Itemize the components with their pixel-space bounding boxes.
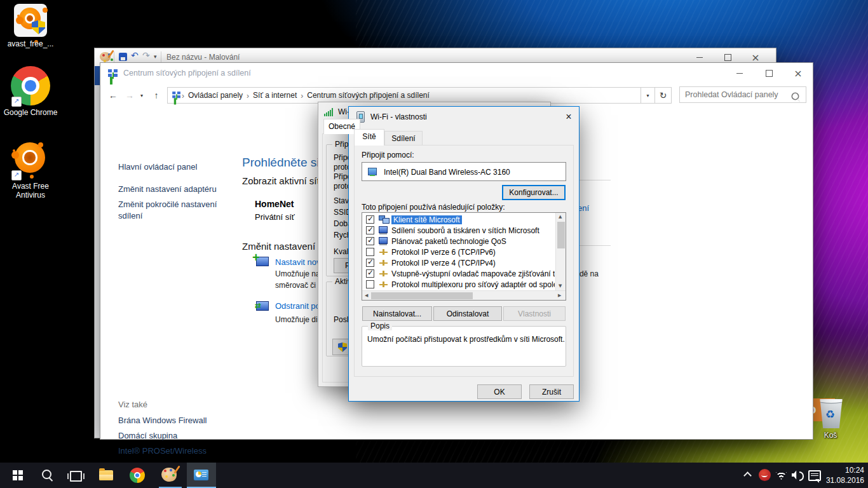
configure-button[interactable]: Konfigurovat...: [502, 185, 566, 200]
cp-maximize-button[interactable]: [754, 64, 783, 82]
desktop-icon-label: Avast Free Antivirus: [3, 182, 58, 200]
forward-button[interactable]: →: [122, 88, 137, 103]
protocol-icon: [379, 281, 388, 288]
cancel-button[interactable]: Zrušit: [529, 384, 574, 399]
redo-icon[interactable]: ↷: [142, 50, 150, 60]
network-icon: [108, 69, 118, 79]
scroll-left-icon[interactable]: ◀: [365, 294, 368, 298]
checkbox[interactable]: [366, 259, 374, 267]
connection-items-listbox[interactable]: Klient sítě Microsoft Sdílení souborů a …: [362, 212, 566, 301]
desktop-icon-label: Google Chrome: [3, 108, 58, 117]
checkbox[interactable]: [366, 269, 374, 278]
desktop-icon-label: Koš: [808, 431, 853, 440]
history-dropdown-icon[interactable]: ▾: [137, 88, 146, 103]
list-item-label[interactable]: Protokol IP verze 4 (TCP/IPv4): [391, 259, 496, 268]
uac-shield-icon: [338, 342, 347, 352]
active-networks-label: Zobrazit aktivní sítě: [242, 175, 325, 186]
horizontal-scrollbar[interactable]: ◀ ▶: [362, 290, 566, 301]
avast-icon: [15, 142, 45, 173]
checkbox[interactable]: [366, 215, 374, 224]
list-item[interactable]: Protokol IP verze 6 (TCP/IPv6): [362, 247, 555, 258]
sidebar-item-advanced-sharing-2[interactable]: sdílení: [118, 211, 142, 220]
save-icon[interactable]: [119, 53, 127, 61]
checkbox[interactable]: [366, 237, 374, 245]
tray-wifi-icon[interactable]: [776, 471, 787, 480]
desktop-icon-recycle-bin[interactable]: ♻ Koš: [808, 396, 853, 444]
checkbox[interactable]: [366, 248, 374, 256]
see-also-homegroup-link[interactable]: Domácí skupina: [118, 431, 177, 440]
file-explorer-icon[interactable]: [99, 470, 113, 480]
search-icon[interactable]: [792, 93, 799, 100]
cp-close-button[interactable]: ×: [783, 64, 813, 82]
breadcrumb-item[interactable]: Centrum síťových připojení a sdílení: [307, 91, 430, 100]
task-view-icon[interactable]: [70, 471, 82, 482]
see-also-firewall-link[interactable]: Brána Windows Firewall: [118, 416, 207, 425]
list-item-label[interactable]: Protokol multiplexoru pro síťový adaptér…: [391, 280, 555, 289]
description-text: Umožní počítači přistupovat k prostředků…: [367, 335, 565, 344]
cp-minimize-button[interactable]: [725, 64, 754, 82]
shortcut-arrow-icon: ↗: [11, 97, 22, 107]
list-item[interactable]: Vstupně-výstupní ovladač mapovače zjišťo…: [362, 269, 555, 280]
list-item[interactable]: Protokol IP verze 4 (TCP/IPv4): [362, 258, 555, 269]
refresh-icon[interactable]: ↻: [655, 87, 672, 104]
tray-volume-icon[interactable]: [792, 470, 799, 480]
list-item[interactable]: Protokol multiplexoru pro síťový adaptér…: [362, 280, 555, 290]
scroll-up-icon[interactable]: ▲: [559, 215, 562, 219]
scroll-right-icon[interactable]: ▶: [558, 294, 561, 298]
items-caption: Toto připojení používá následující polož…: [362, 203, 505, 212]
desktop-icon-avast-antivirus[interactable]: ↗ Avast Free Antivirus: [3, 141, 58, 208]
undo-icon[interactable]: ↶: [131, 50, 139, 60]
taskbar-clock[interactable]: 10:24 31.08.2016: [824, 465, 864, 485]
list-item[interactable]: Sdílení souborů a tiskáren v sítích Micr…: [362, 226, 555, 236]
address-dropdown-icon[interactable]: ▾: [641, 87, 655, 104]
breadcrumb-item[interactable]: Síť a internet: [253, 91, 297, 100]
vertical-scrollbar[interactable]: ▲ ▼: [555, 213, 566, 290]
up-button[interactable]: ↑: [149, 88, 164, 103]
back-button[interactable]: ←: [105, 88, 121, 103]
sidebar-item-adapter-settings[interactable]: Změnit nastavení adaptéru: [118, 184, 217, 194]
protocol-icon: [379, 271, 388, 278]
desktop-icon-avast-installer[interactable]: avast_free_...: [3, 3, 58, 51]
wifi-signal-icon: [324, 108, 333, 116]
scroll-down-icon[interactable]: ▼: [559, 284, 562, 288]
client-icon: [379, 215, 389, 224]
clock-date: 31.08.2016: [824, 475, 864, 485]
checkbox[interactable]: [366, 226, 374, 234]
tray-avast-icon[interactable]: [759, 469, 771, 481]
sidebar-item-home[interactable]: Hlavní ovládací panel: [118, 162, 197, 172]
install-button[interactable]: Nainstalovat...: [362, 306, 432, 321]
search-input[interactable]: [679, 86, 806, 103]
scrollbar-thumb[interactable]: [557, 222, 565, 248]
sidebar-item-advanced-sharing[interactable]: Změnit pokročilé nastavení: [118, 200, 217, 209]
uninstall-button[interactable]: Odinstalovat: [433, 306, 502, 321]
list-item-label[interactable]: Plánovač paketů technologie QoS: [391, 237, 506, 246]
taskbar-paint-icon[interactable]: [161, 468, 177, 482]
see-also-header: Viz také: [118, 400, 147, 409]
tab-networking[interactable]: Sítě: [354, 129, 384, 146]
taskbar-active-button[interactable]: [187, 463, 216, 488]
wifi-properties-close-button[interactable]: ×: [561, 110, 576, 124]
list-item-label[interactable]: Protokol IP verze 6 (TCP/IPv6): [391, 248, 496, 257]
list-item[interactable]: Plánovač paketů technologie QoS: [362, 236, 555, 247]
desktop: vo avast_free_... ↗ Google Chrome ↗ Avas…: [0, 0, 868, 488]
tab-sharing[interactable]: Sdílení: [384, 131, 423, 146]
taskbar-search-icon[interactable]: [42, 470, 51, 479]
desktop-icon-chrome[interactable]: ↗ Google Chrome: [3, 64, 58, 131]
breadcrumb-item[interactable]: Ovládací panely: [188, 91, 243, 100]
tray-expand-icon[interactable]: [743, 471, 752, 480]
list-item[interactable]: Klient sítě Microsoft: [362, 215, 555, 226]
start-button[interactable]: [13, 470, 23, 480]
network-name: HomeNet: [255, 199, 294, 209]
cp-titlebar: Centrum síťových připojení a sdílení ×: [100, 63, 813, 85]
see-also-intel-link[interactable]: Intel® PROSet/Wireless: [118, 446, 207, 456]
checkbox[interactable]: [366, 280, 374, 288]
properties-button[interactable]: Vlastnosti: [503, 306, 566, 321]
list-item-label[interactable]: Sdílení souborů a tiskáren v sítích Micr…: [391, 226, 539, 235]
list-item-label[interactable]: Vstupně-výstupní ovladač mapovače zjišťo…: [391, 269, 555, 278]
ok-button[interactable]: OK: [477, 384, 522, 399]
toolbar-dropdown-icon[interactable]: ▾: [154, 53, 157, 60]
list-item-label[interactable]: Klient sítě Microsoft: [391, 215, 462, 224]
action-center-icon[interactable]: [808, 470, 821, 481]
scrollbar-thumb[interactable]: [371, 292, 473, 299]
taskbar-chrome-icon[interactable]: [130, 468, 145, 483]
